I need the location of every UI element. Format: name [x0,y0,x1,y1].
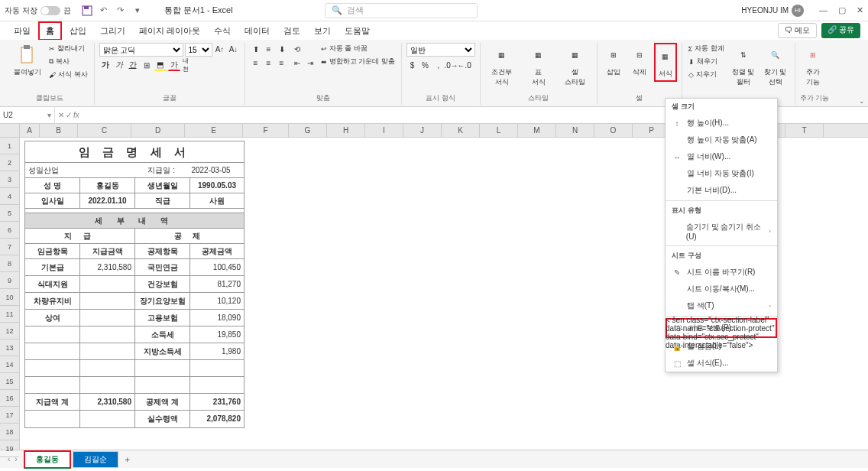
col-header-H[interactable]: H [327,124,365,137]
font-name-select[interactable]: 맑은 고딕 [99,43,183,57]
currency-icon[interactable]: $ [406,59,419,71]
row-header-18[interactable]: 18 [0,424,19,440]
copy-button[interactable]: ⧉복사 [47,56,89,67]
row-header-15[interactable]: 15 [0,373,19,390]
sheet-tab-1[interactable]: 홍길동 [24,450,71,469]
tab-page-layout[interactable]: 페이지 레이아웃 [133,23,206,39]
row-header-6[interactable]: 6 [0,222,19,239]
addins-button[interactable]: ⊞추가 기능 [800,43,826,89]
col-header-E[interactable]: E [185,124,243,137]
sort-filter-button[interactable]: ⇅정렬 및 필터 [729,43,758,89]
row-header-11[interactable]: 11 [0,306,19,323]
row-header-14[interactable]: 14 [0,356,19,373]
phonetic-button[interactable]: 내천 [182,59,194,71]
align-bottom-icon[interactable]: ⬇ [276,43,288,55]
tab-data[interactable]: 데이터 [238,23,276,39]
row-header-7[interactable]: 7 [0,239,19,255]
cell-styles-button[interactable]: ▦셀 스타일 [559,43,592,89]
row-header-16[interactable]: 16 [0,390,19,407]
add-sheet-button[interactable]: + [120,455,135,464]
increase-font-icon[interactable]: A↑ [214,43,226,55]
align-center-icon[interactable]: ≡ [263,57,275,69]
decrease-decimal-icon[interactable]: ←.0 [458,59,471,71]
ctx-col-width[interactable]: ↔열 너비(W)... [666,148,777,165]
merge-center-button[interactable]: ⬌병합하고 가운데 맞춤 [319,56,397,67]
row-header-1[interactable]: 1 [0,138,19,154]
ctx-row-height[interactable]: ↕행 높이(H)... [666,115,777,132]
align-top-icon[interactable]: ⬆ [250,43,262,55]
col-header-J[interactable]: J [403,124,442,137]
col-header-M[interactable]: M [518,124,556,137]
number-format-select[interactable]: 일반 [406,43,475,57]
fill-color-button[interactable]: ⬒ [154,59,167,71]
insert-cells-button[interactable]: ⊞삽입 [602,43,625,79]
row-header-2[interactable]: 2 [0,154,19,171]
increase-indent-icon[interactable]: ⇥ [304,57,316,69]
align-left-icon[interactable]: ≡ [250,57,262,69]
col-header-I[interactable]: I [365,124,403,137]
maximize-icon[interactable]: ▢ [838,5,846,15]
cancel-formula-icon[interactable]: ✕ [58,111,64,119]
col-header-N[interactable]: N [556,124,594,137]
row-header-13[interactable]: 13 [0,339,19,356]
col-header-D[interactable]: D [131,124,185,137]
font-color-button[interactable]: 가 [168,59,180,71]
row-header-10[interactable]: 10 [0,289,19,306]
ctx-move-copy[interactable]: 시트 이동/복사(M)... [666,281,777,297]
comments-button[interactable]: 🗨 메모 [778,23,817,38]
col-header-O[interactable]: O [594,124,633,137]
underline-button[interactable]: 간 [127,59,139,71]
bold-button[interactable]: 가 [99,59,112,71]
paste-button[interactable]: 붙여넣기 [11,43,44,79]
sheet-tab-2[interactable]: 김길순 [73,451,118,468]
row-header-3[interactable]: 3 [0,171,19,188]
decrease-indent-icon[interactable]: ⇤ [291,57,303,69]
font-size-select[interactable]: 15 [185,43,212,57]
autosum-button[interactable]: Σ자동 합계 [687,43,726,54]
minimize-icon[interactable]: — [819,5,828,15]
percent-icon[interactable]: % [419,59,432,71]
redo-icon[interactable]: ↷ [114,4,128,18]
find-select-button[interactable]: 🔍찾기 및 선택 [761,43,790,89]
cut-button[interactable]: ✂잘라내기 [47,43,89,54]
enter-formula-icon[interactable]: ✓ [66,111,72,119]
fx-icon[interactable]: fx [73,111,79,119]
search-box[interactable]: 🔍 검색 [325,3,478,18]
col-header-A[interactable]: A [20,124,40,137]
clear-button[interactable]: ◇지우기 [687,69,726,80]
border-button[interactable]: ⊞ [141,59,153,71]
wrap-text-button[interactable]: ↩자동 줄 바꿈 [319,43,397,54]
row-header-12[interactable]: 12 [0,323,19,339]
orientation-icon[interactable]: ⟲ [291,43,303,55]
tab-file[interactable]: 파일 [8,23,37,39]
tab-home[interactable]: 홈 [38,21,62,41]
share-button[interactable]: 🔗 공유 [821,23,860,38]
col-header-C[interactable]: C [78,124,131,137]
ctx-hide-unhide[interactable]: 숨기기 및 숨기기 취소(U)› [666,219,777,244]
save-icon[interactable] [80,4,94,18]
user-account[interactable]: HYEONJU IM HI [741,5,804,17]
name-box[interactable]: U2▾ [0,107,55,123]
tab-draw[interactable]: 그리기 [94,23,131,39]
row-header-4[interactable]: 4 [0,188,19,205]
format-cells-button[interactable]: ▦서식 [654,43,677,82]
row-header-8[interactable]: 8 [0,255,19,272]
select-all-corner[interactable] [0,124,20,137]
ctx-tab-color[interactable]: 탭 색(T)› [666,297,777,314]
tab-help[interactable]: 도움말 [338,23,376,39]
comma-icon[interactable]: , [432,59,445,71]
close-icon[interactable]: ✕ [857,5,863,15]
ribbon-collapse-icon[interactable]: ⌄ [859,97,865,105]
row-header-17[interactable]: 17 [0,407,19,424]
ctx-default-width[interactable]: 기본 너비(D)... [666,182,777,199]
col-header-L[interactable]: L [480,124,518,137]
col-header-K[interactable]: K [442,124,480,137]
format-painter-button[interactable]: 🖌서식 복사 [47,69,89,80]
row-header-5[interactable]: 5 [0,205,19,222]
tab-review[interactable]: 검토 [277,23,306,39]
col-header-T[interactable]: T [785,124,824,137]
col-header-F[interactable]: F [243,124,289,137]
decrease-font-icon[interactable]: A↓ [228,43,240,55]
col-header-B[interactable]: B [40,124,78,137]
conditional-format-button[interactable]: ▦조건부 서식 [485,43,519,89]
